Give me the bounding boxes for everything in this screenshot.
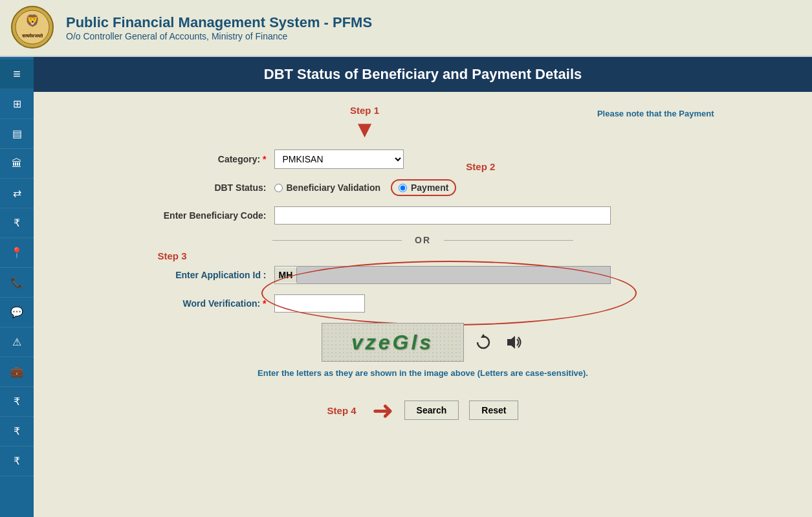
captcha-refresh-button[interactable] bbox=[472, 331, 495, 354]
step1-label: Step 1 bbox=[350, 105, 379, 116]
captcha-text: vzeGls bbox=[351, 331, 433, 355]
refresh-icon bbox=[474, 333, 492, 351]
radio-beneficiary-label[interactable]: Beneficiary Validation bbox=[274, 182, 381, 193]
phone-icon: 📞 bbox=[10, 276, 23, 289]
header-title: Public Financial Management System - PFM… bbox=[66, 14, 372, 31]
reset-button[interactable]: Reset bbox=[469, 401, 518, 420]
step4-label: Step 4 bbox=[327, 405, 357, 416]
payment-note: Please note that the Payment bbox=[597, 109, 714, 118]
radio-payment-label[interactable]: Payment bbox=[399, 182, 448, 193]
transfer-icon: ⇄ bbox=[13, 187, 21, 199]
step-header: Step 1 ▼ Please note that the Payment bbox=[132, 105, 714, 143]
sidebar-item-transfer[interactable]: ⇄ bbox=[0, 179, 34, 208]
beneficiary-code-row: Enter Beneficiary Code: bbox=[132, 206, 714, 225]
beneficiary-code-label: Enter Beneficiary Code: bbox=[132, 210, 274, 221]
captcha-area: vzeGls bbox=[132, 323, 714, 362]
dbt-status-row: DBT Status: Beneficiary Validation Step … bbox=[132, 179, 714, 196]
sidebar-item-rupee3[interactable]: ₹ bbox=[0, 417, 34, 446]
header-text: Public Financial Management System - PFM… bbox=[66, 14, 372, 41]
step4-arrow-right: ➜ bbox=[372, 397, 394, 423]
or-text: OR bbox=[402, 235, 444, 245]
word-verification-row: Word Verification: * bbox=[132, 294, 714, 313]
step4-area: Step 4 ➜ Search Reset bbox=[132, 397, 714, 423]
application-id-label: Enter Application Id : bbox=[132, 270, 274, 280]
step3-row: Step 3 bbox=[132, 250, 714, 262]
grid-icon: ⊞ bbox=[13, 98, 21, 110]
rupee-icon-1: ₹ bbox=[14, 217, 20, 229]
step3-container: Enter Application Id : MH Word Verificat… bbox=[132, 266, 714, 313]
step3-label: Step 3 bbox=[158, 250, 187, 261]
emblem-logo: 🦁 सत्यमेव जयते bbox=[10, 5, 56, 50]
dbt-radio-group: Beneficiary Validation Step 2 Payment bbox=[274, 179, 457, 196]
chat-icon: 💬 bbox=[10, 306, 23, 318]
sidebar-menu-toggle[interactable]: ≡ bbox=[0, 60, 34, 89]
page-title-bar: DBT Status of Beneficiary and Payment De… bbox=[34, 57, 812, 92]
list-icon: ▤ bbox=[12, 127, 22, 140]
category-select[interactable]: PMKISAN Others bbox=[274, 149, 404, 169]
sidebar-item-phone[interactable]: 📞 bbox=[0, 268, 34, 298]
captcha-controls bbox=[472, 331, 525, 354]
main-content: DBT Status of Beneficiary and Payment De… bbox=[34, 57, 812, 517]
sidebar: ≡ ⊞ ▤ 🏛 ⇄ ₹ 📍 📞 💬 ⚠ 💼 ₹ bbox=[0, 57, 34, 517]
beneficiary-code-input[interactable] bbox=[274, 206, 611, 225]
sidebar-item-list[interactable]: ▤ bbox=[0, 119, 34, 149]
briefcase-icon: 💼 bbox=[10, 366, 23, 378]
sidebar-item-alert[interactable]: ⚠ bbox=[0, 327, 34, 357]
category-required: * bbox=[263, 154, 266, 164]
step1-arrow-down: ▼ bbox=[353, 116, 377, 143]
category-label: Category: * bbox=[132, 154, 274, 164]
or-line-left bbox=[272, 240, 402, 241]
application-id-input[interactable] bbox=[297, 267, 609, 283]
svg-marker-4 bbox=[481, 334, 486, 338]
sidebar-item-grid[interactable]: ⊞ bbox=[0, 89, 34, 119]
rupee-icon-2: ₹ bbox=[14, 395, 20, 408]
sidebar-item-rupee2[interactable]: ₹ bbox=[0, 387, 34, 417]
word-verification-input[interactable] bbox=[274, 294, 365, 313]
payment-highlight: Payment bbox=[391, 179, 456, 196]
rupee-icon-4: ₹ bbox=[14, 455, 20, 467]
radio-payment[interactable] bbox=[399, 184, 407, 192]
step2-area: Step 2 Payment bbox=[391, 179, 456, 196]
or-divider: OR bbox=[132, 235, 714, 245]
radio-payment-text: Payment bbox=[411, 182, 448, 193]
alert-icon: ⚠ bbox=[12, 336, 21, 348]
location-icon: 📍 bbox=[10, 247, 23, 259]
layout: ≡ ⊞ ▤ 🏛 ⇄ ₹ 📍 📞 💬 ⚠ 💼 ₹ bbox=[0, 57, 812, 517]
form-area: Step 1 ▼ Please note that the Payment Ca… bbox=[34, 92, 812, 517]
sidebar-item-chat[interactable]: 💬 bbox=[0, 298, 34, 327]
svg-text:🦁: 🦁 bbox=[25, 14, 40, 28]
search-button[interactable]: Search bbox=[404, 401, 459, 420]
sidebar-item-bank[interactable]: 🏛 bbox=[0, 149, 34, 179]
word-verification-required: * bbox=[263, 298, 266, 309]
bank-icon: 🏛 bbox=[12, 158, 22, 170]
sidebar-item-briefcase[interactable]: 💼 bbox=[0, 357, 34, 387]
step2-label: Step 2 bbox=[466, 161, 495, 172]
word-verification-label: Word Verification: * bbox=[132, 298, 274, 309]
svg-marker-5 bbox=[507, 336, 515, 349]
category-row: Category: * PMKISAN Others bbox=[132, 149, 714, 169]
dbt-status-label: DBT Status: bbox=[132, 182, 274, 193]
radio-beneficiary[interactable] bbox=[274, 184, 283, 192]
header: 🦁 सत्यमेव जयते Public Financial Manageme… bbox=[0, 0, 812, 57]
application-id-row: Enter Application Id : MH bbox=[132, 266, 714, 284]
sidebar-item-rupee4[interactable]: ₹ bbox=[0, 446, 34, 476]
svg-text:सत्यमेव जयते: सत्यमेव जयते bbox=[21, 33, 44, 38]
captcha-image: vzeGls bbox=[322, 323, 464, 362]
captcha-audio-button[interactable] bbox=[501, 331, 525, 354]
form-section: Step 1 ▼ Please note that the Payment Ca… bbox=[132, 105, 714, 423]
radio-beneficiary-text: Beneficiary Validation bbox=[287, 182, 381, 193]
header-subtitle: O/o Controller General of Accounts, Mini… bbox=[66, 31, 372, 41]
page-title: DBT Status of Beneficiary and Payment De… bbox=[264, 66, 582, 82]
sidebar-item-rupee1[interactable]: ₹ bbox=[0, 208, 34, 238]
captcha-hint: Enter the letters as they are shown in t… bbox=[132, 368, 714, 378]
or-line-right bbox=[444, 240, 573, 241]
audio-icon bbox=[503, 333, 523, 352]
sidebar-item-location[interactable]: 📍 bbox=[0, 238, 34, 268]
application-id-prefix: MH bbox=[275, 267, 298, 283]
rupee-icon-3: ₹ bbox=[14, 425, 20, 437]
